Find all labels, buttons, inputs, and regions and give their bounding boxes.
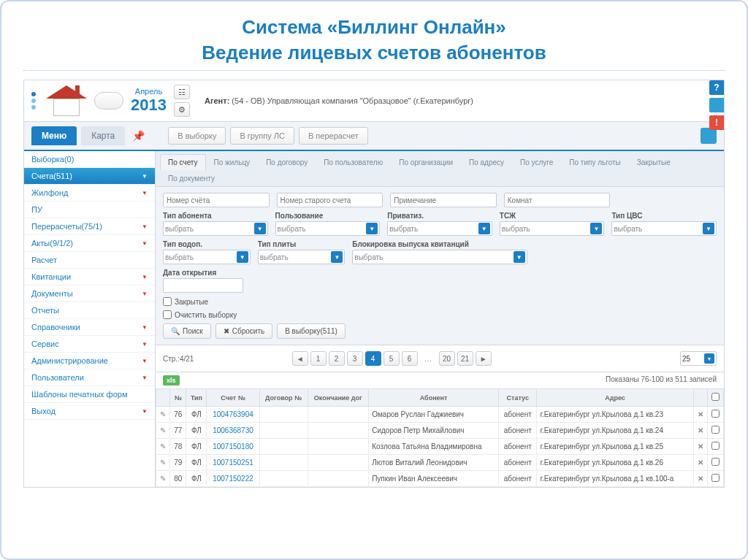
edit-icon[interactable]: ✎ xyxy=(160,410,166,418)
alert-icon[interactable]: ! xyxy=(709,115,724,130)
account-no-input[interactable] xyxy=(163,193,270,207)
sidebar-item-8[interactable]: Документы▼ xyxy=(24,285,155,302)
pager-page[interactable]: 2 xyxy=(329,351,345,366)
toolbar-action-icon[interactable] xyxy=(701,128,717,144)
filter-select[interactable]: выбрать▼ xyxy=(258,250,346,264)
reset-button[interactable]: ✖Сбросить xyxy=(215,323,272,339)
to-group-button[interactable]: В группу ЛС xyxy=(230,127,294,145)
filter-select[interactable]: выбрать▼ xyxy=(500,221,605,236)
filter-select[interactable]: выбрать▼ xyxy=(387,221,492,236)
cell-type: ФЛ xyxy=(186,455,207,471)
filter-tab[interactable]: По услуге xyxy=(512,154,561,170)
pager-prev[interactable]: ◄ xyxy=(292,351,308,366)
filter-tab[interactable]: По адресу xyxy=(461,154,512,170)
cell-subscriber: Козлова Татьяна Владимировна xyxy=(369,439,499,455)
delete-icon[interactable]: ✕ xyxy=(698,475,703,483)
old-account-input[interactable] xyxy=(277,193,383,207)
filter-tab[interactable]: По типу льготы xyxy=(561,154,628,170)
account-link[interactable]: 1004763904 xyxy=(213,410,253,418)
filter-select[interactable]: выбрать▼ xyxy=(352,250,527,264)
table-header: Счет № xyxy=(207,389,259,407)
closed-checkbox[interactable] xyxy=(163,297,172,306)
info-icon[interactable] xyxy=(709,98,724,112)
calendar-icon[interactable]: ☷ xyxy=(174,85,190,99)
delete-icon[interactable]: ✕ xyxy=(698,459,703,467)
filter-select[interactable]: выбрать▼ xyxy=(163,250,251,264)
sidebar-item-2[interactable]: Жилфонд▼ xyxy=(24,185,155,202)
clear-selection-checkbox[interactable] xyxy=(163,310,172,319)
pager-page[interactable]: 6 xyxy=(402,351,418,366)
delete-icon[interactable]: ✕ xyxy=(698,426,703,434)
chevron-down-icon: ▼ xyxy=(142,291,148,297)
page-size-select[interactable]: 25▼ xyxy=(680,351,717,366)
filter-tab[interactable]: По документу xyxy=(160,170,223,186)
sidebar-item-12[interactable]: Администрирование▼ xyxy=(24,353,155,369)
pager-page[interactable]: 4 xyxy=(365,351,381,366)
edit-icon[interactable]: ✎ xyxy=(160,459,166,467)
tab-map[interactable]: Карта xyxy=(81,126,125,145)
export-xls-button[interactable]: xls xyxy=(163,375,180,386)
cell-end xyxy=(308,455,369,471)
pager-page[interactable]: 20 xyxy=(439,351,455,366)
note-input[interactable] xyxy=(390,193,497,207)
row-checkbox[interactable] xyxy=(711,474,720,482)
to-recalc-button[interactable]: В перерасчет xyxy=(299,127,368,145)
sidebar-item-15[interactable]: Выход▼ xyxy=(24,403,155,420)
filter-tab[interactable]: По организации xyxy=(391,154,461,170)
row-checkbox[interactable] xyxy=(711,458,720,466)
sidebar-item-0[interactable]: Выборка(0) xyxy=(24,151,155,168)
sidebar-item-5[interactable]: Акты(9/1/2)▼ xyxy=(24,235,155,252)
tab-menu[interactable]: Меню xyxy=(31,126,77,145)
filter-tab[interactable]: Закрытые xyxy=(629,154,679,170)
help-icon[interactable]: ? xyxy=(709,80,724,95)
pin-icon[interactable]: 📌 xyxy=(132,130,145,142)
delete-icon[interactable]: ✕ xyxy=(698,410,703,418)
account-link[interactable]: 1006368730 xyxy=(213,426,253,434)
sidebar-item-3[interactable]: ПУ xyxy=(24,202,155,218)
filter-select[interactable]: выбрать▼ xyxy=(275,221,381,236)
gear-icon[interactable]: ⚙ xyxy=(174,102,190,117)
filter-select[interactable]: выбрать▼ xyxy=(163,221,268,236)
edit-icon[interactable]: ✎ xyxy=(160,442,166,450)
row-checkbox[interactable] xyxy=(711,426,720,434)
search-button[interactable]: 🔍Поиск xyxy=(163,323,211,339)
filter-tab[interactable]: По договору xyxy=(258,154,316,170)
edit-icon[interactable]: ✎ xyxy=(160,426,166,434)
select-all-checkbox[interactable] xyxy=(711,393,720,401)
chevron-down-icon: ▼ xyxy=(514,251,525,263)
to-selection-button[interactable]: В выборку xyxy=(168,127,226,145)
app-container: Апрель 2013 ☷ ⚙ Агент: (54 - ОВ) Управля… xyxy=(23,80,725,488)
filter-tab[interactable]: По пользователю xyxy=(316,154,391,170)
account-link[interactable]: 1007150222 xyxy=(213,475,253,483)
edit-icon[interactable]: ✎ xyxy=(160,475,166,483)
to-selection2-button[interactable]: В выборку(511) xyxy=(277,323,346,339)
pager-page[interactable]: 3 xyxy=(347,351,363,366)
chevron-down-icon: ▼ xyxy=(142,240,148,247)
sidebar-item-13[interactable]: Пользователи▼ xyxy=(24,369,155,386)
room-input[interactable] xyxy=(504,193,611,207)
sidebar-item-label: Расчет xyxy=(31,256,57,264)
sidebar-item-10[interactable]: Справочники▼ xyxy=(24,319,155,336)
table-header xyxy=(707,389,723,407)
pager-page[interactable]: 1 xyxy=(310,351,327,366)
sidebar-item-6[interactable]: Расчет xyxy=(24,252,155,269)
delete-icon[interactable]: ✕ xyxy=(698,442,703,450)
date-open-input[interactable] xyxy=(163,278,243,293)
sidebar-item-4[interactable]: Перерасчеты(75/1)▼ xyxy=(24,218,155,235)
pager-next[interactable]: ► xyxy=(476,351,492,366)
sidebar-item-7[interactable]: Квитанции▼ xyxy=(24,269,155,285)
sidebar-item-9[interactable]: Отчеты xyxy=(24,302,155,319)
pager-page[interactable]: 21 xyxy=(457,351,473,366)
account-link[interactable]: 1007150251 xyxy=(213,459,253,467)
sidebar-item-1[interactable]: Счета(511)▼ xyxy=(24,168,155,185)
filter-select[interactable]: выбрать▼ xyxy=(611,221,717,236)
row-checkbox[interactable] xyxy=(711,410,720,418)
filter-tab[interactable]: По счету xyxy=(160,154,206,170)
sidebar-item-14[interactable]: Шаблоны печатных форм xyxy=(24,386,155,403)
row-checkbox[interactable] xyxy=(711,442,720,450)
pager-page[interactable]: 5 xyxy=(383,351,400,366)
filter-tab[interactable]: По жильцу xyxy=(206,154,259,170)
cell-subscriber: Лютов Виталий Леонидович xyxy=(369,455,499,471)
account-link[interactable]: 1007150180 xyxy=(213,442,253,450)
sidebar-item-11[interactable]: Сервис▼ xyxy=(24,336,155,353)
